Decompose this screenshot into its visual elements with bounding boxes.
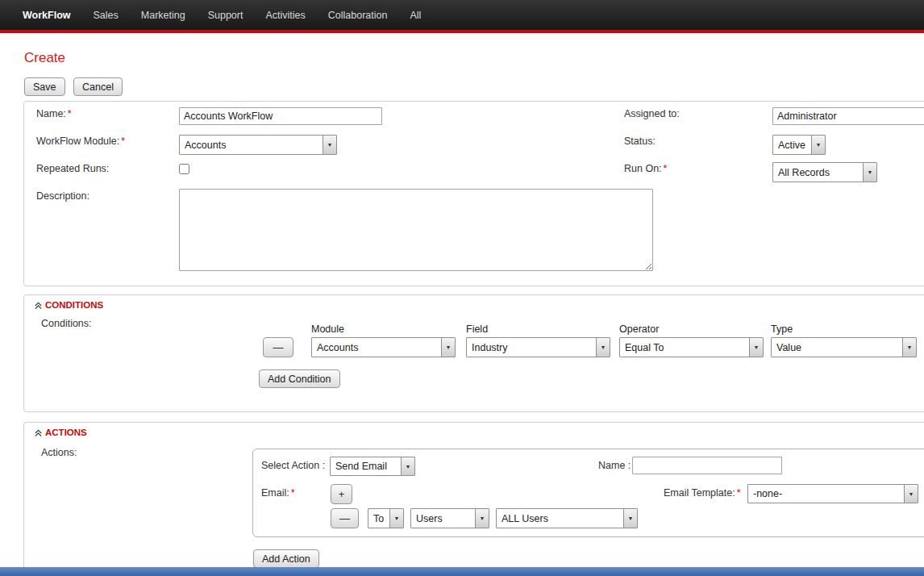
nav-item-collaboration[interactable]: Collaboration: [328, 10, 388, 21]
remove-condition-button[interactable]: —: [263, 337, 293, 357]
required-marker: *: [121, 136, 125, 147]
required-marker: *: [737, 487, 741, 499]
condition-type-select[interactable]: Value: [771, 337, 917, 357]
page-title: Create: [24, 50, 65, 66]
recipient-users-value: ALL Users: [497, 509, 623, 528]
workflow-module-select[interactable]: Accounts: [179, 135, 337, 155]
cancel-button[interactable]: Cancel: [73, 77, 123, 96]
email-template-label: Email Template:*: [664, 487, 741, 499]
recipient-users-select[interactable]: ALL Users: [496, 508, 638, 528]
conditions-label: Conditions:: [41, 318, 92, 329]
recipient-type-select[interactable]: To: [368, 508, 404, 528]
status-value: Active: [773, 136, 811, 154]
dropdown-arrow-icon: [323, 136, 336, 154]
dropdown-arrow-icon: [863, 163, 876, 182]
actions-header[interactable]: ACTIONS: [34, 428, 87, 437]
dropdown-arrow-icon: [475, 509, 489, 528]
nav-item-all[interactable]: All: [410, 10, 421, 21]
description-label: Description:: [36, 190, 89, 202]
assigned-to-input[interactable]: [772, 107, 924, 125]
run-on-select[interactable]: All Records: [772, 162, 877, 182]
assigned-to-label: Assigned to:: [624, 108, 680, 119]
add-recipient-button[interactable]: +: [331, 484, 352, 504]
condition-type-value: Value: [772, 338, 902, 357]
condition-operator-select[interactable]: Equal To: [619, 337, 764, 357]
nav-item-activities[interactable]: Activities: [265, 10, 305, 21]
status-select[interactable]: Active: [772, 135, 826, 155]
name-label: Name:*: [36, 108, 72, 119]
dropdown-arrow-icon: [749, 338, 763, 357]
action-name-input[interactable]: [632, 457, 782, 474]
select-action-select[interactable]: Send Email: [330, 457, 415, 476]
conditions-header-text: CONDITIONS: [45, 300, 103, 310]
recipient-group-select[interactable]: Users: [410, 508, 489, 528]
repeated-runs-label: Repeated Runs:: [36, 163, 109, 174]
accent-bar: [0, 30, 924, 33]
actions-label: Actions:: [41, 447, 77, 458]
dropdown-arrow-icon: [902, 338, 916, 357]
actions-header-text: ACTIONS: [45, 428, 87, 437]
condition-module-select[interactable]: Accounts: [311, 337, 456, 357]
email-label-text: Email:: [261, 487, 289, 499]
collapse-icon: [34, 428, 43, 437]
dropdown-arrow-icon: [441, 338, 455, 357]
actions-panel: ACTIONS Actions: Select Action : Send Em…: [23, 422, 924, 576]
dropdown-arrow-icon: [389, 509, 403, 528]
email-label: Email:*: [261, 487, 295, 499]
required-marker: *: [291, 487, 295, 499]
collapse-icon: [34, 301, 43, 310]
column-header-type: Type: [771, 323, 793, 335]
run-on-label-text: Run On:: [624, 163, 662, 174]
condition-field-value: Industry: [467, 338, 596, 357]
dropdown-arrow-icon: [904, 485, 918, 503]
add-condition-button[interactable]: Add Condition: [259, 369, 340, 388]
conditions-header[interactable]: CONDITIONS: [34, 300, 103, 310]
nav-item-support[interactable]: Support: [208, 10, 243, 21]
nav-item-sales[interactable]: Sales: [94, 10, 119, 21]
recipient-group-value: Users: [411, 509, 475, 528]
column-header-operator: Operator: [619, 323, 659, 335]
description-textarea[interactable]: [179, 189, 653, 271]
workflow-name-input[interactable]: [179, 107, 382, 125]
repeated-runs-checkbox[interactable]: [179, 164, 189, 174]
condition-field-select[interactable]: Industry: [466, 337, 610, 357]
required-marker: *: [68, 108, 72, 119]
recipient-type-value: To: [368, 509, 389, 528]
select-action-value: Send Email: [331, 457, 401, 475]
footer-bar: [0, 567, 924, 576]
remove-recipient-button[interactable]: —: [331, 508, 359, 528]
workflow-module-value: Accounts: [180, 136, 323, 154]
condition-operator-value: Equal To: [620, 338, 749, 357]
run-on-label: Run On:*: [624, 163, 667, 174]
name-label-text: Name:: [36, 108, 66, 119]
column-header-field: Field: [466, 323, 488, 335]
add-action-button[interactable]: Add Action: [253, 549, 319, 568]
nav-item-workflow[interactable]: WorkFlow: [23, 10, 71, 21]
dropdown-arrow-icon: [401, 457, 414, 475]
conditions-panel: CONDITIONS Conditions: Module Field Oper…: [23, 294, 924, 412]
status-label: Status:: [624, 136, 656, 147]
save-button[interactable]: Save: [24, 77, 65, 96]
workflow-form-panel: Name:* Assigned to: WorkFlow Module:* Ac…: [23, 101, 924, 286]
dropdown-arrow-icon: [623, 509, 637, 528]
required-marker: *: [664, 163, 668, 174]
action-block: Select Action : Send Email Name : Email:…: [252, 449, 924, 537]
column-header-module: Module: [311, 323, 344, 335]
dropdown-arrow-icon: [596, 338, 610, 357]
action-name-label: Name :: [598, 460, 631, 471]
module-label: WorkFlow Module:*: [36, 136, 125, 147]
run-on-value: All Records: [773, 163, 863, 182]
top-navbar: WorkFlow Sales Marketing Support Activit…: [0, 0, 924, 30]
dropdown-arrow-icon: [811, 136, 825, 154]
select-action-label: Select Action :: [261, 460, 325, 471]
condition-module-value: Accounts: [312, 338, 441, 357]
module-label-text: WorkFlow Module:: [36, 136, 119, 147]
nav-item-marketing[interactable]: Marketing: [141, 10, 185, 21]
email-template-select[interactable]: -none-: [747, 484, 918, 503]
email-template-value: -none-: [748, 485, 904, 503]
email-template-label-text: Email Template:: [664, 487, 735, 499]
